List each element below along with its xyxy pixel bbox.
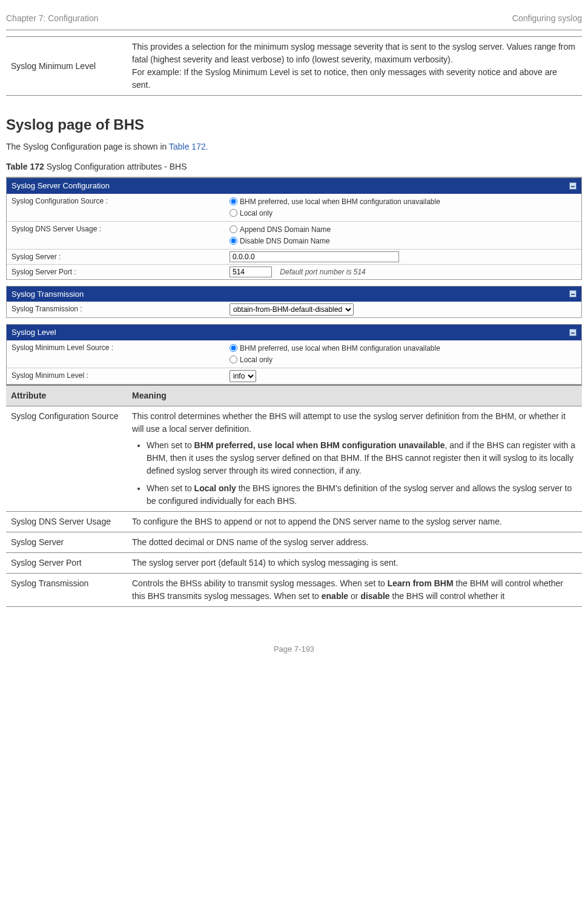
table-row: Syslog Server Port : Default port number… (7, 264, 581, 279)
table-row: Syslog Minimum Level This provides a sel… (6, 37, 582, 96)
col-attribute: Attribute (6, 385, 127, 406)
table-row: Syslog Server : (7, 249, 581, 264)
syslog-server-label: Syslog Server : (7, 249, 225, 264)
caption-text: Syslog Configuration attributes - BHS (44, 162, 187, 171)
table-row: Syslog Minimum Level : info (7, 368, 581, 384)
r5-pre: Controls the BHSs ability to transmit sy… (132, 578, 388, 588)
ui-screenshot-panels: Syslog Server Configuration Syslog Confi… (6, 177, 582, 385)
page-header: Chapter 7: Configuration Configuring sys… (0, 12, 588, 30)
desc-p2: For example: If the Syslog Minimum Level… (132, 66, 577, 91)
attr-name: Syslog Server (6, 532, 127, 552)
chapter-label: Chapter 7: Configuration (6, 12, 99, 25)
min-level-src-label: Syslog Minimum Level Source : (7, 340, 225, 368)
header-rule (6, 30, 582, 30)
panel-header: Syslog Level (7, 325, 581, 340)
attr-meaning: To configure the BHS to append or not to… (127, 511, 582, 532)
dns-usage-label: Syslog DNS Server Usage : (7, 221, 225, 249)
min-src-bhm-text: BHM preferred, use local when BHM config… (240, 343, 440, 354)
syslog-port-input[interactable] (230, 266, 272, 277)
cfg-source-local-text: Local only (240, 208, 273, 219)
min-src-local-text: Local only (240, 354, 273, 365)
syslog-level-panel: Syslog Level Syslog Minimum Level Source… (6, 324, 582, 385)
cfg-source-local-radio[interactable] (230, 209, 237, 217)
attr-name: Syslog DNS Server Usage (6, 511, 127, 532)
meaning-list: When set to BHM preferred, use local whe… (147, 439, 577, 508)
panel-header: Syslog Server Configuration (7, 178, 581, 194)
r5-post: the BHS will control whether it (390, 591, 505, 601)
panel-header: Syslog Transmission (7, 286, 581, 302)
r5-b3: disable (360, 591, 389, 601)
attribute-table: Attribute Meaning Syslog Configuration S… (6, 385, 582, 607)
syslog-transmission-panel: Syslog Transmission Syslog Transmission … (6, 286, 582, 319)
cfg-source-bhm-text: BHM preferred, use local when BHM config… (240, 196, 440, 207)
table-row: Syslog Server The dotted decimal or DNS … (6, 532, 582, 552)
intro-pre: The Syslog Configuration page is shown i… (6, 142, 169, 151)
port-default-note: Default port number is 514 (280, 268, 365, 276)
meaning-p1: This control determines whether the BHS … (132, 410, 577, 435)
attr-meaning: The syslog server port (default 514) to … (127, 552, 582, 573)
min-src-bhm-radio[interactable] (230, 344, 237, 352)
attr-name: Syslog Configuration Source (6, 406, 127, 511)
cfg-source-bhm-radio[interactable] (230, 197, 237, 205)
li-bold: BHM preferred, use local when BHM config… (194, 440, 445, 450)
panel-title: Syslog Level (12, 326, 56, 339)
prev-attr-table: Syslog Minimum Level This provides a sel… (6, 36, 582, 96)
list-item: When set to BHM preferred, use local whe… (147, 439, 577, 477)
table-row: Syslog Configuration Source : BHM prefer… (7, 194, 581, 222)
dns-disable-text: Disable DNS Domain Name (240, 236, 330, 247)
table-row: Syslog Transmission : obtain-from-BHM-de… (7, 302, 581, 317)
min-src-local-radio[interactable] (230, 356, 237, 363)
collapse-icon[interactable] (569, 329, 576, 336)
collapse-icon[interactable] (569, 290, 576, 297)
desc-p1: This provides a selection for the minimu… (132, 41, 577, 66)
r5-or: or (348, 591, 360, 601)
li-bold: Local only (194, 483, 236, 493)
attr-name: Syslog Server Port (6, 552, 127, 573)
page-number: Page 7-193 (0, 643, 588, 655)
table-link[interactable]: Table 172. (169, 142, 208, 151)
transmission-label: Syslog Transmission : (7, 302, 225, 317)
min-level-select[interactable]: info (230, 370, 256, 382)
syslog-server-input[interactable] (230, 251, 399, 262)
cfg-source-label: Syslog Configuration Source : (7, 194, 225, 222)
r5-b1: Learn from BHM (388, 578, 454, 588)
dns-append-radio[interactable] (230, 225, 237, 233)
attr-meaning: Controls the BHSs ability to transmit sy… (127, 573, 582, 606)
collapse-icon[interactable] (569, 182, 576, 190)
attr-label: Syslog Minimum Level (6, 37, 127, 96)
intro-text: The Syslog Configuration page is shown i… (6, 141, 582, 153)
attr-name: Syslog Transmission (6, 573, 127, 606)
dns-append-text: Append DNS Domain Name (240, 224, 331, 235)
li-pre: When set to (147, 483, 194, 493)
table-caption: Table 172 Syslog Configuration attribute… (6, 161, 582, 173)
panel-title: Syslog Transmission (12, 288, 84, 300)
table-header-row: Attribute Meaning (6, 385, 582, 406)
panel-title: Syslog Server Configuration (12, 180, 110, 192)
caption-number: Table 172 (6, 162, 44, 171)
col-meaning: Meaning (127, 385, 582, 406)
section-label: Configuring syslog (512, 12, 582, 25)
table-row: Syslog Server Port The syslog server por… (6, 552, 582, 573)
table-row: Syslog DNS Server Usage To configure the… (6, 511, 582, 532)
list-item: When set to Local only the BHS ignores t… (147, 482, 577, 508)
table-row: Syslog DNS Server Usage : Append DNS Dom… (7, 221, 581, 249)
attr-desc: This provides a selection for the minimu… (127, 37, 582, 96)
transmission-select[interactable]: obtain-from-BHM-default-disabled (230, 303, 354, 316)
li-pre: When set to (147, 440, 194, 450)
table-row: Syslog Transmission Controls the BHSs ab… (6, 573, 582, 606)
page-title: Syslog page of BHS (6, 114, 582, 136)
syslog-port-label: Syslog Server Port : (7, 264, 225, 279)
min-level-label: Syslog Minimum Level : (7, 368, 225, 384)
table-row: Syslog Minimum Level Source : BHM prefer… (7, 340, 581, 368)
attr-meaning: This control determines whether the BHS … (127, 406, 582, 511)
dns-disable-radio[interactable] (230, 237, 237, 245)
r5-b2: enable (322, 591, 348, 601)
attr-meaning: The dotted decimal or DNS name of the sy… (127, 532, 582, 552)
syslog-server-config-panel: Syslog Server Configuration Syslog Confi… (6, 177, 582, 280)
table-row: Syslog Configuration Source This control… (6, 406, 582, 511)
